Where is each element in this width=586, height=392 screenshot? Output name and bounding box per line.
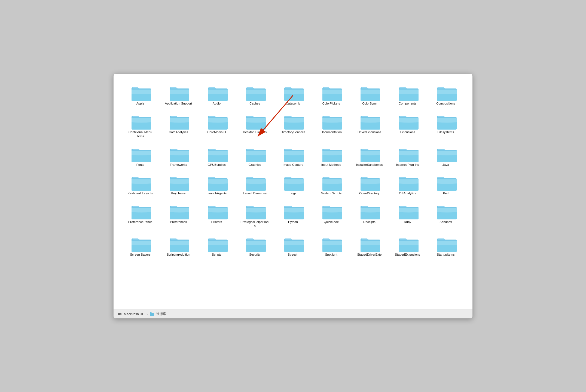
folder-label-colorsync: ColorSync xyxy=(362,102,377,106)
folder-label-caches: Caches xyxy=(249,102,260,106)
folder-item-launchagents[interactable]: LaunchAgents xyxy=(198,172,235,198)
folder-item-logs[interactable]: Logs xyxy=(274,172,312,198)
folder-label-staged-driver-exte: StagedDriverExte xyxy=(357,253,381,257)
folder-label-preferences: Preferences xyxy=(170,220,187,224)
folder-item-preferencepanes[interactable]: PreferencePanes xyxy=(122,200,159,230)
folder-icon-launchagents xyxy=(207,174,227,190)
folder-item-startup-items[interactable]: StartupItems xyxy=(427,233,464,259)
folder-item-staged-driver-exte[interactable]: StagedDriverExte xyxy=(351,233,388,259)
folder-item-spotlight[interactable]: Spotlight xyxy=(313,233,350,259)
folder-item-extensions[interactable]: Extensions xyxy=(389,111,426,140)
folder-item-internet-plug-ins[interactable]: Internet Plug-Ins xyxy=(389,143,426,169)
folder-label-driverextensions: DriverExtensions xyxy=(358,130,381,134)
folder-item-filesystems[interactable]: Filesystems xyxy=(427,111,464,140)
folder-item-contextual-menu-items[interactable]: Contextual Menu Items xyxy=(122,111,159,140)
folder-icon-spotlight xyxy=(321,235,341,251)
folder-item-sandbox[interactable]: Sandbox xyxy=(427,200,464,230)
folder-icon-internet-plug-ins xyxy=(398,145,417,161)
folder-icon-receipts xyxy=(359,203,379,218)
folder-label-printers: Printers xyxy=(211,220,222,224)
folder-item-catacomb[interactable]: Catacomb xyxy=(274,82,312,108)
folder-icon-quicklook xyxy=(321,203,341,218)
folder-item-modem-scripts[interactable]: Modem Scripts xyxy=(313,172,350,198)
folder-item-launchdaemons[interactable]: LaunchDaemons xyxy=(236,172,273,198)
folder-icon-image-capture xyxy=(283,145,303,161)
folder-item-installer-sandboxes[interactable]: InstallerSandboxes xyxy=(351,143,388,169)
folder-icon-speech xyxy=(283,235,303,251)
folder-label-launchdaemons: LaunchDaemons xyxy=(243,191,267,195)
folder-icon-installer-sandboxes xyxy=(359,145,379,161)
folder-item-keyboard-layouts[interactable]: Keyboard Layouts xyxy=(122,172,159,198)
folder-item-compositions[interactable]: Compositions xyxy=(427,82,464,108)
folder-item-colorsync[interactable]: ColorSync xyxy=(351,82,388,108)
folder-icon-coreanalytics xyxy=(169,113,188,128)
folder-icon-caches xyxy=(245,84,265,100)
folder-icon-sandbox xyxy=(436,203,456,218)
folder-item-desktop-pictures[interactable]: Desktop Pictures xyxy=(236,111,273,140)
folder-item-staged-extensions[interactable]: StagedExtensions xyxy=(389,233,426,259)
folder-item-osanalytics[interactable]: OSAnalytics xyxy=(389,172,426,198)
folder-label-security: Security xyxy=(249,253,261,257)
folder-item-scripting-addition[interactable]: ScriptingAddition xyxy=(160,233,197,259)
folder-item-caches[interactable]: Caches xyxy=(236,82,273,108)
folder-label-keychains: Keychains xyxy=(171,191,186,195)
folder-item-screen-savers[interactable]: Screen Savers xyxy=(122,233,159,259)
folder-icon-application-support xyxy=(169,84,188,100)
folder-label-receipts: Receipts xyxy=(363,220,376,224)
folder-icon-printers xyxy=(207,203,227,218)
folder-item-ruby[interactable]: Ruby xyxy=(389,200,426,230)
folder-item-apple[interactable]: Apple xyxy=(122,82,159,108)
folder-icon-security xyxy=(245,235,265,251)
folder-item-perl[interactable]: Perl xyxy=(427,172,464,198)
folder-item-application-support[interactable]: Application Support xyxy=(160,82,197,108)
folder-icon-filesystems xyxy=(436,113,456,128)
folder-item-receipts[interactable]: Receipts xyxy=(351,200,388,230)
folder-item-image-capture[interactable]: Image Capture xyxy=(274,143,312,169)
folder-item-preferences[interactable]: Preferences xyxy=(160,200,197,230)
folder-item-components[interactable]: Components xyxy=(389,82,426,108)
folder-item-printers[interactable]: Printers xyxy=(198,200,235,230)
folder-item-quicklook[interactable]: QuickLook xyxy=(313,200,350,230)
folder-item-coreanalytics[interactable]: CoreAnalytics xyxy=(160,111,197,140)
folder-item-scripts[interactable]: Scripts xyxy=(198,233,235,259)
folder-icon-graphics xyxy=(245,145,265,161)
folder-item-gpubundles[interactable]: GPUBundles xyxy=(198,143,235,169)
folder-icon-components xyxy=(398,84,417,100)
folder-icon-osanalytics xyxy=(398,174,417,190)
folder-label-launchagents: LaunchAgents xyxy=(207,191,227,195)
folder-item-documentation[interactable]: Documentation xyxy=(313,111,350,140)
folder-item-python[interactable]: Python xyxy=(274,200,312,230)
folder-label-staged-extensions: StagedExtensions xyxy=(395,253,420,257)
folder-label-scripting-addition: ScriptingAddition xyxy=(167,253,190,257)
folder-item-opendirectory[interactable]: OpenDirectory xyxy=(351,172,388,198)
folder-item-coremediaio[interactable]: CoreMediaIO xyxy=(198,111,235,140)
folder-icon-colorsync xyxy=(359,84,379,100)
folder-icon-desktop-pictures xyxy=(245,113,265,128)
folder-icon-compositions xyxy=(436,84,456,100)
folder-icon-audio xyxy=(207,84,227,100)
folder-label-opendirectory: OpenDirectory xyxy=(359,191,379,195)
folder-label-scripts: Scripts xyxy=(212,253,221,257)
folder-label-audio: Audio xyxy=(213,102,221,106)
folder-label-modem-scripts: Modem Scripts xyxy=(321,191,342,195)
folder-label-keyboard-layouts: Keyboard Layouts xyxy=(128,191,153,195)
folder-icon-driverextensions xyxy=(359,113,379,128)
folder-item-driverextensions[interactable]: DriverExtensions xyxy=(351,111,388,140)
folder-item-privileged-helper-tools[interactable]: PrivilegedHelperTools xyxy=(236,200,273,230)
folder-item-frameworks[interactable]: Frameworks xyxy=(160,143,197,169)
folder-icon-ruby xyxy=(398,203,417,218)
folder-item-security[interactable]: Security xyxy=(236,233,273,259)
folder-item-keychains[interactable]: Keychains xyxy=(160,172,197,198)
folder-grid-container[interactable]: Apple Application Support Audio xyxy=(114,74,472,310)
folder-item-colorpickers[interactable]: ColorPickers xyxy=(313,82,350,108)
folder-grid: Apple Application Support Audio xyxy=(122,79,464,262)
folder-item-java[interactable]: Java xyxy=(427,143,464,169)
folder-item-speech[interactable]: Speech xyxy=(274,233,312,259)
folder-icon-screen-savers xyxy=(130,235,150,251)
folder-item-audio[interactable]: Audio xyxy=(198,82,235,108)
folder-item-graphics[interactable]: Graphics xyxy=(236,143,273,169)
folder-label-colorpickers: ColorPickers xyxy=(322,102,340,106)
folder-item-directoryservices[interactable]: DirectoryServices xyxy=(274,111,312,140)
folder-item-input-methods[interactable]: Input Methods xyxy=(313,143,350,169)
folder-item-fonts[interactable]: Fonts xyxy=(122,143,159,169)
